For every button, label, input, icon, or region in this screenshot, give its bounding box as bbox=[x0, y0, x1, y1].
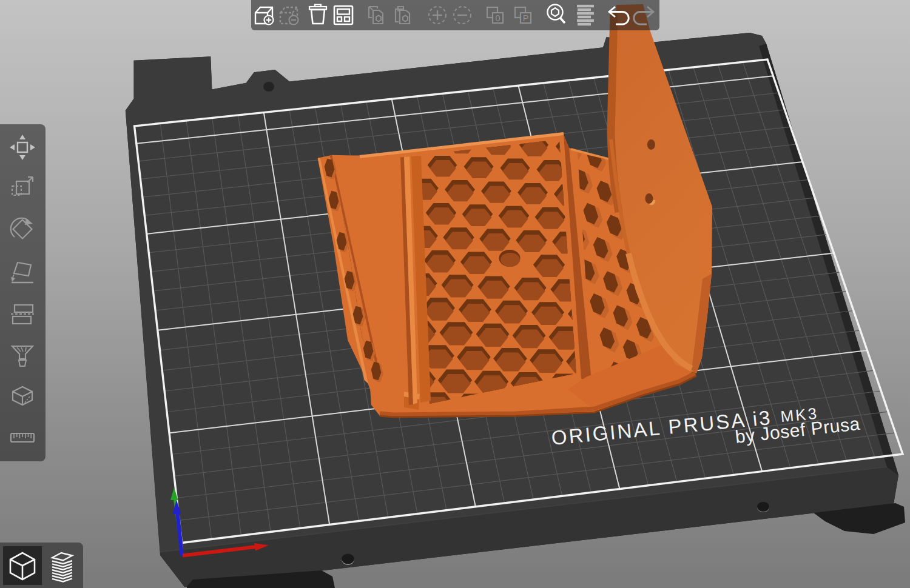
svg-text:0: 0 bbox=[495, 13, 500, 23]
svg-text:P: P bbox=[523, 13, 529, 23]
